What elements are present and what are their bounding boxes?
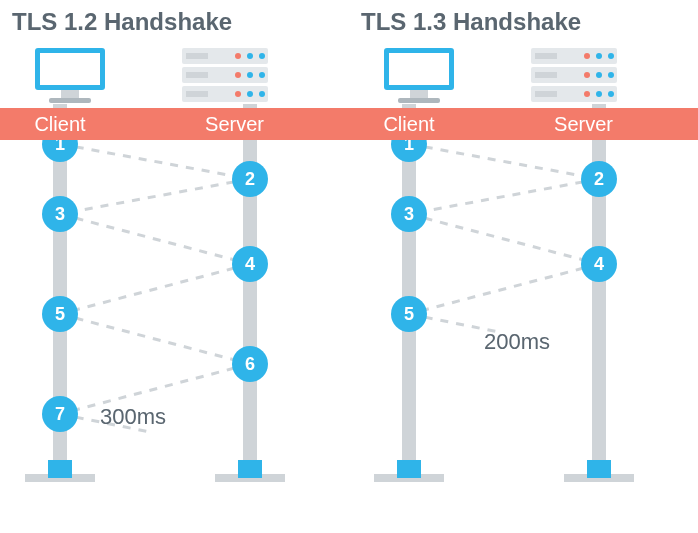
- svg-text:3: 3: [404, 204, 414, 224]
- svg-rect-67: [397, 460, 421, 478]
- svg-point-57: [596, 72, 602, 78]
- header-bar: Client Server Client Server: [0, 108, 698, 140]
- step-4: 4: [581, 246, 617, 282]
- svg-point-12: [259, 72, 265, 78]
- step-3: 3: [42, 196, 78, 232]
- server-rack-icon: [479, 46, 669, 104]
- svg-text:7: 7: [55, 404, 65, 424]
- svg-rect-3: [49, 98, 91, 103]
- svg-text:5: 5: [55, 304, 65, 324]
- svg-line-25: [60, 144, 250, 179]
- svg-text:5: 5: [404, 304, 414, 324]
- client-monitor-icon: [359, 46, 479, 104]
- svg-line-29: [60, 314, 250, 364]
- svg-rect-24: [238, 460, 262, 478]
- svg-text:6: 6: [245, 354, 255, 374]
- svg-point-51: [584, 53, 590, 59]
- svg-point-62: [596, 91, 602, 97]
- tls13-panel: TLS 1.3 Handshake: [349, 0, 698, 533]
- svg-line-72: [409, 179, 599, 214]
- svg-rect-1: [40, 53, 100, 85]
- svg-point-5: [235, 53, 241, 59]
- svg-line-74: [409, 264, 599, 314]
- svg-point-52: [596, 53, 602, 59]
- svg-rect-49: [398, 98, 440, 103]
- svg-point-63: [608, 91, 614, 97]
- svg-rect-48: [410, 90, 428, 98]
- svg-text:2: 2: [245, 169, 255, 189]
- server-rack-icon: [130, 46, 320, 104]
- svg-point-11: [247, 72, 253, 78]
- svg-rect-54: [535, 53, 557, 59]
- svg-text:4: 4: [245, 254, 255, 274]
- svg-point-10: [235, 72, 241, 78]
- svg-point-58: [608, 72, 614, 78]
- svg-rect-70: [587, 460, 611, 478]
- svg-point-56: [584, 72, 590, 78]
- svg-rect-2: [61, 90, 79, 98]
- tls12-title: TLS 1.2 Handshake: [0, 0, 349, 42]
- svg-point-61: [584, 91, 590, 97]
- tls12-icons: [0, 42, 349, 104]
- header-server-left: Server: [120, 108, 349, 140]
- step-7: 7: [42, 396, 78, 432]
- svg-text:4: 4: [594, 254, 604, 274]
- svg-text:3: 3: [55, 204, 65, 224]
- tls13-timeline: 12345 200ms: [349, 104, 698, 494]
- step-2: 2: [581, 161, 617, 197]
- svg-rect-13: [186, 72, 208, 78]
- step-2: 2: [232, 161, 268, 197]
- tls12-panel: TLS 1.2 Handshake: [0, 0, 349, 533]
- tls13-icons: [349, 42, 698, 104]
- svg-point-6: [247, 53, 253, 59]
- svg-rect-59: [535, 72, 557, 78]
- svg-line-28: [60, 264, 250, 314]
- svg-line-27: [60, 214, 250, 264]
- header-server-right: Server: [469, 108, 698, 140]
- tls13-title: TLS 1.3 Handshake: [349, 0, 698, 42]
- svg-rect-8: [186, 53, 208, 59]
- svg-line-26: [60, 179, 250, 214]
- step-3: 3: [391, 196, 427, 232]
- svg-line-71: [409, 144, 599, 179]
- tls13-time: 200ms: [484, 329, 550, 355]
- svg-rect-47: [389, 53, 449, 85]
- svg-point-16: [247, 91, 253, 97]
- svg-point-15: [235, 91, 241, 97]
- header-client-left: Client: [0, 108, 120, 140]
- svg-rect-21: [48, 460, 72, 478]
- svg-rect-18: [186, 91, 208, 97]
- svg-point-7: [259, 53, 265, 59]
- step-5: 5: [42, 296, 78, 332]
- svg-point-53: [608, 53, 614, 59]
- step-5: 5: [391, 296, 427, 332]
- svg-point-17: [259, 91, 265, 97]
- tls12-timeline: 1234567 300ms: [0, 104, 349, 494]
- svg-text:2: 2: [594, 169, 604, 189]
- step-4: 4: [232, 246, 268, 282]
- step-6: 6: [232, 346, 268, 382]
- client-monitor-icon: [10, 46, 130, 104]
- svg-rect-64: [535, 91, 557, 97]
- tls12-time: 300ms: [100, 404, 166, 430]
- svg-line-73: [409, 214, 599, 264]
- header-client-right: Client: [349, 108, 469, 140]
